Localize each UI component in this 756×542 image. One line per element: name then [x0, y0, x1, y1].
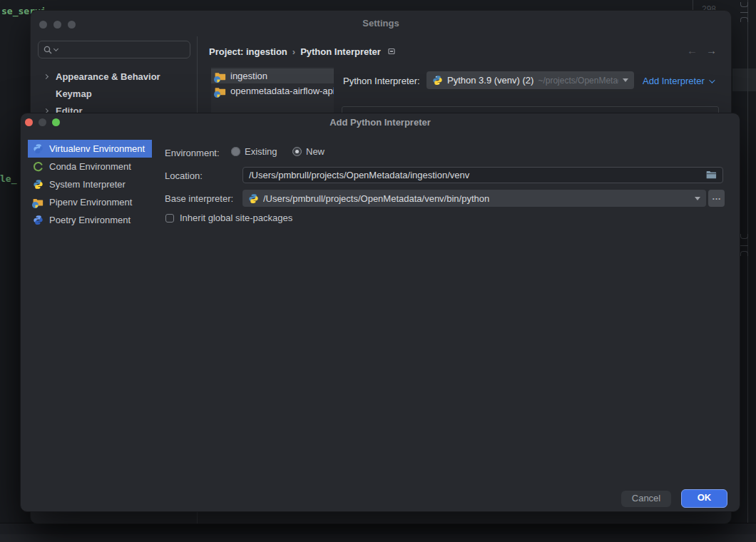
interpreter-dropdown[interactable]: Python 3.9 (venv) (2) ~/projects/OpenMet… [426, 71, 634, 89]
search-history-chevron-icon [53, 46, 58, 51]
virtualenv-icon [33, 143, 44, 154]
inherit-checkbox-label: Inherit global site-packages [180, 213, 292, 223]
sidebar-item-label: System Interpreter [49, 179, 126, 190]
base-interpreter-value: /Users/pmbrull/projects/OpenMetadata/ven… [263, 193, 690, 204]
sidebar-item-label: Poetry Environment [49, 215, 131, 225]
tree-item-label: Appearance & Behavior [56, 71, 160, 82]
diagram-connector-icon [740, 17, 748, 22]
project-name: ingestion [230, 71, 267, 81]
background-scrollbar-line [747, 0, 748, 542]
breadcrumb: Project: ingestion › Python Interpreter [209, 45, 395, 58]
settings-search-input[interactable] [59, 44, 185, 55]
base-interpreter-dropdown[interactable]: /Users/pmbrull/projects/OpenMetadata/ven… [242, 190, 706, 207]
environment-label: Environment: [165, 148, 220, 158]
diagram-connector-icon [740, 251, 748, 256]
diagram-connector-icon [740, 234, 748, 239]
settings-title: Settings [31, 18, 731, 29]
breadcrumb-page[interactable]: Python Interpreter [300, 46, 381, 57]
browse-interpreter-button[interactable]: … [708, 190, 725, 207]
radio-new-label: New [306, 146, 325, 157]
window-badge-icon [388, 48, 395, 55]
chevron-down-icon [695, 197, 700, 200]
sidebar-item-system[interactable]: System Interpreter [28, 175, 152, 193]
settings-tree-item-keymap[interactable]: Keymap [31, 86, 196, 101]
radio-new[interactable]: New [292, 146, 325, 157]
sidebar-item-virtualenv[interactable]: Virtualenv Environment [28, 140, 152, 158]
add-dialog-title: Add Python Interpreter [21, 117, 740, 128]
folder-python-icon [215, 71, 226, 82]
diagram-connector-icon [740, 2, 748, 7]
settings-search-field[interactable] [38, 41, 190, 58]
breadcrumb-separator: › [287, 46, 300, 57]
location-label: Location: [165, 170, 203, 181]
poetry-icon [33, 215, 44, 225]
background-highlight-band [732, 68, 756, 91]
tree-item-label: Keymap [56, 88, 92, 99]
pipenv-icon [33, 197, 44, 208]
python-icon [248, 193, 259, 204]
browse-folder-icon[interactable] [706, 170, 717, 180]
interpreter-path-hint: ~/projects/OpenMetad [538, 76, 618, 86]
chevron-right-icon [44, 73, 48, 78]
search-icon [43, 45, 53, 55]
background-window-bottom-strip [0, 534, 756, 542]
chevron-down-icon [623, 78, 628, 82]
back-arrow-icon[interactable]: ← [687, 45, 698, 56]
radio-selected-icon [292, 147, 302, 156]
python-icon [33, 179, 44, 190]
inherit-site-packages-checkbox[interactable]: Inherit global site-packages [165, 213, 292, 223]
diagram-connector-icon [740, 245, 748, 246]
project-item-openmetadata-airflow[interactable]: openmetadata-airflow-api [211, 83, 334, 98]
cancel-button[interactable]: Cancel [621, 491, 671, 507]
sidebar-item-pipenv[interactable]: Pipenv Environment [28, 193, 152, 211]
radio-existing[interactable]: Existing [231, 146, 277, 157]
location-field[interactable] [242, 167, 723, 183]
breadcrumb-project[interactable]: Project: ingestion [209, 46, 287, 57]
folder-python-icon [215, 86, 226, 97]
sidebar-item-poetry[interactable]: Poetry Environment [28, 211, 152, 229]
sidebar-item-label: Virtualenv Environment [49, 143, 145, 154]
add-interpreter-label: Add Interpreter [643, 76, 705, 86]
sidebar-item-label: Conda Environment [49, 161, 131, 172]
checkbox-icon [165, 214, 174, 223]
python-icon [432, 75, 443, 86]
screen: se_servi 298 le_ Settings Appearance & B… [0, 0, 756, 542]
background-code-snippet: le_ [0, 173, 16, 184]
sidebar-item-conda[interactable]: Conda Environment [28, 158, 152, 175]
project-name: openmetadata-airflow-api [230, 86, 334, 96]
project-list: ingestion openmetadata-airflow-api [211, 67, 334, 114]
radio-icon [231, 147, 240, 156]
forward-arrow-icon[interactable]: → [706, 45, 717, 56]
diagram-connector-icon [740, 12, 748, 13]
interpreter-label: Python Interpreter: [343, 76, 420, 86]
add-interpreter-link[interactable]: Add Interpreter [643, 76, 713, 86]
ok-button[interactable]: OK [681, 489, 727, 508]
add-interpreter-dialog: Add Python Interpreter Virtualenv Enviro… [20, 113, 740, 512]
project-item-ingestion[interactable]: ingestion [211, 68, 334, 83]
interpreter-value: Python 3.9 (venv) (2) [447, 75, 533, 86]
location-input[interactable] [249, 170, 706, 180]
sidebar-item-label: Pipenv Environment [49, 197, 132, 208]
chevron-down-icon [709, 77, 715, 83]
base-interpreter-label: Base interpreter: [165, 193, 233, 204]
conda-icon [33, 161, 44, 172]
settings-tree-item-appearance[interactable]: Appearance & Behavior [31, 68, 196, 84]
radio-existing-label: Existing [245, 146, 277, 157]
